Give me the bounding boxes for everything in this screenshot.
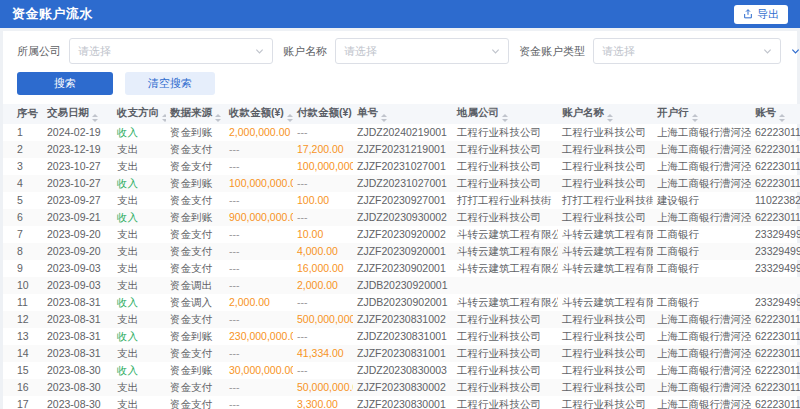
cell-receipt: --- xyxy=(225,192,293,209)
col-header-account-no[interactable]: 账号 xyxy=(751,104,800,124)
cell-payment: --- xyxy=(293,124,353,141)
cell-company: 工程行业科技公司 xyxy=(453,175,558,192)
search-button[interactable]: 搜索 xyxy=(17,72,113,95)
chevron-down-icon xyxy=(763,47,772,56)
filter-account-type: 资金账户类型 请选择 xyxy=(519,38,781,64)
cell-direction: 支出 xyxy=(113,141,166,158)
cell-source: 资金到账 xyxy=(166,209,225,226)
col-header-order-no[interactable]: 单号 xyxy=(353,104,453,124)
sort-icon[interactable] xyxy=(692,114,698,122)
cell-order-no: ZJDZ20230831001 xyxy=(353,328,453,345)
filter-account-type-label: 资金账户类型 xyxy=(519,44,585,59)
cell-order-no: ZJZF20230831002 xyxy=(353,311,453,328)
cell-bank: 上海工商银行漕河泾支行 xyxy=(653,396,751,409)
cell-direction: 支出 xyxy=(113,311,166,328)
cell-date: 2023-08-30 xyxy=(43,396,113,409)
cell-bank: 工商银行 xyxy=(653,243,751,260)
cell-company: 工程行业科技公司 xyxy=(453,328,558,345)
cell-company: 斗转云建筑工程有限公司 xyxy=(453,294,558,311)
cell-account-no: 62223011 xyxy=(751,379,800,396)
sort-icon[interactable] xyxy=(779,114,785,122)
col-header-direction[interactable]: 收支方向 xyxy=(113,104,166,124)
cell-account: 斗转云建筑工程有限公司 xyxy=(558,294,653,311)
col-header-bank[interactable]: 开户行 xyxy=(653,104,751,124)
cell-company: 工程行业科技公司 xyxy=(453,124,558,141)
cell-bank: 建设银行 xyxy=(653,192,751,209)
cell-source: 资金支付 xyxy=(166,379,225,396)
top-bar: 资金账户流水 导出 xyxy=(0,0,800,28)
table-row: 102023-09-03支出资金调出---2,000.00ZJDB2023092… xyxy=(3,277,800,294)
cell-account-no: 62223011 xyxy=(751,396,800,409)
cell-account xyxy=(558,277,653,294)
export-button-label: 导出 xyxy=(757,7,779,22)
cell-bank: 上海工商银行漕河泾支行 xyxy=(653,379,751,396)
cell-date: 2023-10-27 xyxy=(43,175,113,192)
col-header-company[interactable]: 地属公司 xyxy=(453,104,558,124)
cell-source: 资金支付 xyxy=(166,345,225,362)
col-header-no: 序号 xyxy=(3,104,43,124)
cell-payment: 500,000,000.00 xyxy=(293,311,353,328)
cell-order-no: ZJZF20230830002 xyxy=(353,379,453,396)
col-header-date[interactable]: 交易日期 xyxy=(43,104,113,124)
cell-receipt: --- xyxy=(225,311,293,328)
table-row: 22023-12-19支出资金支付---17,200.00ZJZF2023121… xyxy=(3,141,800,158)
account-select[interactable]: 请选择 xyxy=(335,38,509,64)
cell-receipt: 2,000.00 xyxy=(225,294,293,311)
cell-payment: --- xyxy=(293,328,353,345)
sort-icon[interactable] xyxy=(92,114,98,122)
cell-bank: 上海工商银行漕河泾支行 xyxy=(653,175,751,192)
cell-direction: 支出 xyxy=(113,277,166,294)
cell-bank: 工商银行 xyxy=(653,226,751,243)
table-row: 132023-08-31收入资金到账230,000,000.00---ZJDZ2… xyxy=(3,328,800,345)
cell-receipt: --- xyxy=(225,141,293,158)
sort-icon[interactable] xyxy=(502,114,508,122)
cell-direction: 支出 xyxy=(113,260,166,277)
cell-bank: 工商银行 xyxy=(653,294,751,311)
table-row: 162023-08-30支出资金支付---50,000,000.00ZJZF20… xyxy=(3,379,800,396)
account-type-select[interactable]: 请选择 xyxy=(593,38,781,64)
table-row: 172023-08-30支出资金支付---3,300.00ZJZF2023083… xyxy=(3,396,800,409)
cell-direction: 支出 xyxy=(113,379,166,396)
chevron-down-icon xyxy=(491,47,500,56)
export-button[interactable]: 导出 xyxy=(734,5,788,24)
sort-icon[interactable] xyxy=(162,114,166,122)
expand-filters-icon xyxy=(791,47,800,56)
sort-icon[interactable] xyxy=(287,114,293,122)
cell-bank: 上海工商银行漕河泾支行 xyxy=(653,362,751,379)
cell-receipt: --- xyxy=(225,226,293,243)
cell-direction: 收入 xyxy=(113,175,166,192)
sort-icon[interactable] xyxy=(215,114,221,122)
cell-source: 资金支付 xyxy=(166,311,225,328)
col-header-receipt[interactable]: 收款金额(¥) xyxy=(225,104,293,124)
clear-search-button[interactable]: 清空搜索 xyxy=(125,72,215,95)
cell-company xyxy=(453,277,558,294)
cell-company: 工程行业科技公司 xyxy=(453,379,558,396)
expand-filters-link[interactable]: 展开筛选 xyxy=(791,44,800,59)
sort-icon[interactable] xyxy=(381,114,387,122)
filter-company: 所属公司 请选择 xyxy=(17,38,273,64)
cell-account: 工程行业科技公司 xyxy=(558,396,653,409)
cell-no: 2 xyxy=(3,141,43,158)
col-header-payment[interactable]: 付款金额(¥) xyxy=(293,104,353,124)
cell-direction: 支出 xyxy=(113,243,166,260)
cell-payment: --- xyxy=(293,209,353,226)
cell-no: 9 xyxy=(3,260,43,277)
col-header-account[interactable]: 账户名称 xyxy=(558,104,653,124)
cell-date: 2023-08-31 xyxy=(43,345,113,362)
cell-payment: 17,200.00 xyxy=(293,141,353,158)
cell-account-no: 62223011 xyxy=(751,209,800,226)
cell-company: 打打工程行业科技街 xyxy=(453,192,558,209)
export-icon xyxy=(743,9,753,19)
cell-date: 2023-08-31 xyxy=(43,311,113,328)
sort-icon[interactable] xyxy=(607,114,613,122)
cell-account-no: 62223011 xyxy=(751,175,800,192)
cell-direction: 收入 xyxy=(113,294,166,311)
col-header-source[interactable]: 数据来源 xyxy=(166,104,225,124)
cell-date: 2023-09-27 xyxy=(43,192,113,209)
cell-account: 工程行业科技公司 xyxy=(558,311,653,328)
cell-receipt: --- xyxy=(225,345,293,362)
company-select[interactable]: 请选择 xyxy=(69,38,273,64)
cell-no: 6 xyxy=(3,209,43,226)
cell-order-no: ZJDZ20231027001 xyxy=(353,175,453,192)
cell-direction: 支出 xyxy=(113,226,166,243)
